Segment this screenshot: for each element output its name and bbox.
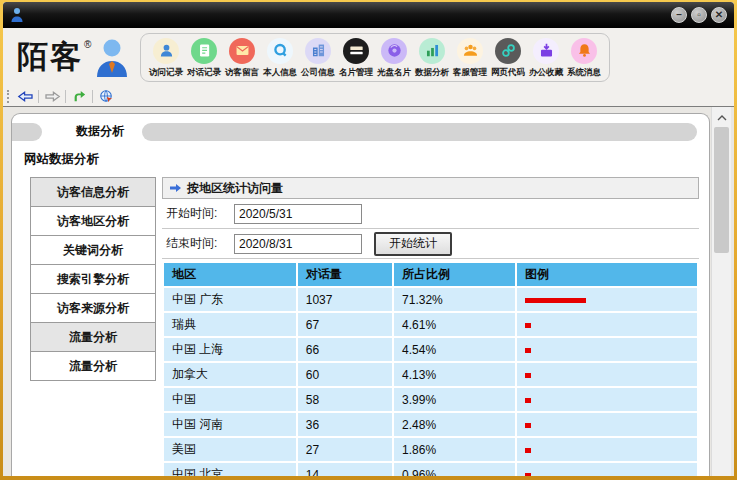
data-analysis-icon bbox=[419, 38, 445, 64]
brand-logo: 陌客 ® bbox=[17, 37, 130, 77]
sidebar-item-5[interactable]: 流量分析 bbox=[30, 322, 156, 352]
minimize-button[interactable]: – bbox=[671, 7, 687, 23]
toolbar-item-label: 对话记录 bbox=[187, 66, 221, 78]
cell-region: 中国 上海 bbox=[163, 337, 297, 362]
legend-bar bbox=[525, 473, 531, 476]
go-button[interactable] bbox=[68, 88, 90, 105]
end-time-row: 结束时间: 开始统计 bbox=[162, 229, 699, 259]
toolbar-item-label: 系统消息 bbox=[567, 66, 601, 78]
app-header: 陌客 ® 访问记录对话记录访客留言本人信息公司信息名片管理光盘名片数据分析客服管… bbox=[3, 28, 734, 86]
visit-records-icon bbox=[153, 38, 179, 64]
close-button[interactable]: ✕ bbox=[711, 7, 727, 23]
column-header-legend: 图例 bbox=[516, 262, 698, 287]
cell-region: 中国 bbox=[163, 387, 297, 412]
my-info-icon bbox=[267, 38, 293, 64]
home-button[interactable] bbox=[95, 88, 117, 105]
tab-strip: 数据分析 bbox=[22, 121, 699, 142]
cell-region: 中国 河南 bbox=[163, 412, 297, 437]
cell-legend bbox=[516, 412, 698, 437]
report-column: 按地区统计访问量 开始时间: 结束时间: 开始统计 bbox=[162, 177, 699, 476]
start-time-input[interactable] bbox=[234, 204, 362, 224]
separator bbox=[92, 90, 93, 103]
start-time-row: 开始时间: bbox=[162, 199, 699, 229]
sidebar-item-3[interactable]: 搜索引擎分析 bbox=[30, 264, 156, 294]
column-header-percent: 所占比例 bbox=[393, 262, 516, 287]
cell-dialogs: 27 bbox=[297, 437, 393, 462]
sidebar-menu: 访客信息分析访客地区分析关键词分析搜索引擎分析访客来源分析流量分析流量分析 bbox=[30, 177, 156, 381]
cd-card-icon bbox=[381, 38, 407, 64]
toolbar-item-label: 办公收藏 bbox=[529, 66, 563, 78]
cell-percent: 0.96% bbox=[393, 462, 516, 476]
cell-region: 中国 广东 bbox=[163, 287, 297, 312]
blue-arrow-icon bbox=[169, 182, 181, 194]
toolbar-grip bbox=[7, 90, 10, 103]
main-toolbar: 访问记录对话记录访客留言本人信息公司信息名片管理光盘名片数据分析客服管理网页代码… bbox=[140, 33, 610, 82]
sidebar-item-6[interactable]: 流量分析 bbox=[30, 351, 156, 381]
toolbar-item-label: 光盘名片 bbox=[377, 66, 411, 78]
sidebar-item-4[interactable]: 访客来源分析 bbox=[30, 293, 156, 323]
cell-percent: 71.32% bbox=[393, 287, 516, 312]
cell-legend bbox=[516, 287, 698, 312]
toolbar-item-cd-card[interactable]: 光盘名片 bbox=[375, 38, 413, 79]
cell-region: 美国 bbox=[163, 437, 297, 462]
column-header-region: 地区 bbox=[163, 262, 297, 287]
cell-dialogs: 58 bbox=[297, 387, 393, 412]
vertical-scrollbar[interactable] bbox=[711, 107, 731, 476]
main-area: 数据分析 网站数据分析 访客信息分析访客地区分析关键词分析搜索引擎分析访客来源分… bbox=[3, 107, 734, 476]
toolbar-item-service-manage[interactable]: 客服管理 bbox=[451, 38, 489, 79]
scroll-up-button[interactable] bbox=[712, 109, 732, 127]
column-header-dialogs: 对话量 bbox=[297, 262, 393, 287]
toolbar-item-label: 本人信息 bbox=[263, 66, 297, 78]
region-stats-table: 地区 对话量 所占比例 图例 中国 广东103771.32%瑞典674.61%中… bbox=[162, 261, 699, 476]
toolbar-item-data-analysis[interactable]: 数据分析 bbox=[413, 38, 451, 79]
toolbar-item-chat-records[interactable]: 对话记录 bbox=[185, 38, 223, 79]
cell-legend bbox=[516, 462, 698, 476]
toolbar-item-company-info[interactable]: 公司信息 bbox=[299, 38, 337, 79]
forward-button[interactable] bbox=[41, 88, 63, 105]
cell-legend bbox=[516, 312, 698, 337]
cell-region: 加拿大 bbox=[163, 362, 297, 387]
table-row: 美国271.86% bbox=[163, 437, 698, 462]
cell-dialogs: 36 bbox=[297, 412, 393, 437]
toolbar-item-card-manage[interactable]: 名片管理 bbox=[337, 38, 375, 79]
legend-bar bbox=[525, 373, 531, 378]
toolbar-item-office-favorite[interactable]: 办公收藏 bbox=[527, 38, 565, 79]
legend-bar bbox=[525, 398, 531, 403]
card-manage-icon bbox=[343, 38, 369, 64]
start-time-label: 开始时间: bbox=[166, 205, 234, 222]
table-row: 加拿大604.13% bbox=[163, 362, 698, 387]
cell-dialogs: 1037 bbox=[297, 287, 393, 312]
system-message-icon bbox=[571, 38, 597, 64]
cell-region: 瑞典 bbox=[163, 312, 297, 337]
toolbar-item-web-code[interactable]: 网页代码 bbox=[489, 38, 527, 79]
content-panel: 数据分析 网站数据分析 访客信息分析访客地区分析关键词分析搜索引擎分析访客来源分… bbox=[11, 113, 710, 476]
chat-records-icon bbox=[191, 38, 217, 64]
back-button[interactable] bbox=[14, 88, 36, 105]
toolbar-item-label: 访问记录 bbox=[149, 66, 183, 78]
table-row: 中国 北京140.96% bbox=[163, 462, 698, 476]
toolbar-item-my-info[interactable]: 本人信息 bbox=[261, 38, 299, 79]
end-time-input[interactable] bbox=[234, 234, 362, 254]
web-code-icon bbox=[495, 38, 521, 64]
sidebar-item-2[interactable]: 关键词分析 bbox=[30, 235, 156, 265]
office-favorite-icon bbox=[533, 38, 559, 64]
body-columns: 访客信息分析访客地区分析关键词分析搜索引擎分析访客来源分析流量分析流量分析 按地… bbox=[22, 177, 699, 476]
toolbar-item-label: 网页代码 bbox=[491, 66, 525, 78]
visitor-message-icon bbox=[229, 38, 255, 64]
start-statistics-button[interactable]: 开始统计 bbox=[374, 232, 452, 256]
maximize-button[interactable]: ▫ bbox=[691, 7, 707, 23]
chevron-up-icon bbox=[717, 115, 727, 121]
tab-data-analysis[interactable]: 数据分析 bbox=[76, 123, 124, 140]
cell-dialogs: 14 bbox=[297, 462, 393, 476]
table-row: 中国 上海664.54% bbox=[163, 337, 698, 362]
toolbar-item-visit-records[interactable]: 访问记录 bbox=[147, 38, 185, 79]
cell-region: 中国 北京 bbox=[163, 462, 297, 476]
toolbar-item-system-message[interactable]: 系统消息 bbox=[565, 38, 603, 79]
sidebar-item-1[interactable]: 访客地区分析 bbox=[30, 206, 156, 236]
toolbar-item-visitor-message[interactable]: 访客留言 bbox=[223, 38, 261, 79]
cell-percent: 3.99% bbox=[393, 387, 516, 412]
scrollbar-thumb[interactable] bbox=[714, 127, 729, 253]
legend-bar bbox=[525, 348, 531, 353]
sidebar-item-0[interactable]: 访客信息分析 bbox=[30, 177, 156, 207]
cell-legend bbox=[516, 437, 698, 462]
